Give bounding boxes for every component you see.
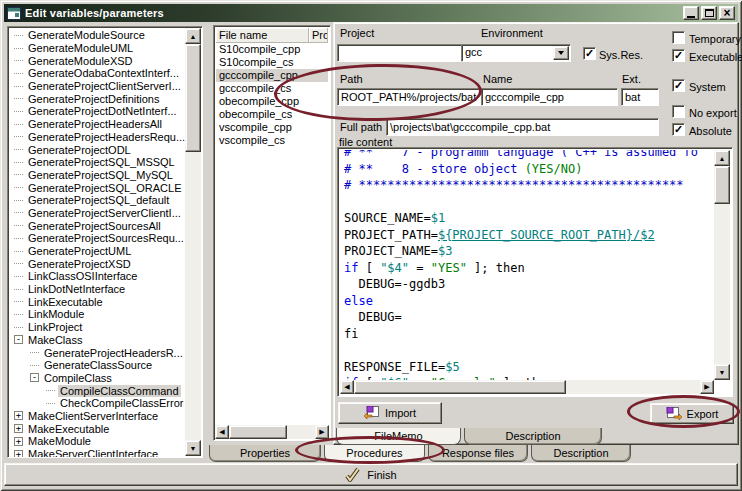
tree-item[interactable]: GenerateProjectDotNetInterf... xyxy=(10,105,202,118)
tree-item-label: GenerateModuleUML xyxy=(26,42,135,54)
tree-item[interactable]: LinkExecutable xyxy=(10,295,202,308)
tree-connector xyxy=(14,314,23,315)
tree-item-label: MakeExecutable xyxy=(26,423,111,435)
environment-combobox[interactable]: gcc xyxy=(461,44,571,62)
tree-item[interactable]: GenerateProjectHeadersRequ... xyxy=(10,131,202,144)
tree-item[interactable]: +MakeModule xyxy=(10,435,202,448)
tab-filememo[interactable]: FileMemo xyxy=(336,428,461,445)
executable-checkbox[interactable] xyxy=(672,49,685,62)
tree-item[interactable]: GenerateProjectSQL_default xyxy=(10,194,202,207)
tree-item[interactable]: GenerateProjectSQL_MSSQL xyxy=(10,156,202,169)
system-checkbox[interactable] xyxy=(672,79,685,92)
expand-icon[interactable]: + xyxy=(14,437,23,446)
close-button[interactable]: × xyxy=(719,6,735,20)
code-line: DEBUG=-ggdb3 xyxy=(344,276,714,293)
scroll-down-icon[interactable]: ▼ xyxy=(185,440,201,456)
scroll-right-icon[interactable]: ▶ xyxy=(700,380,714,394)
expand-icon[interactable]: + xyxy=(14,424,23,433)
code-horizontal-scrollbar[interactable]: ◀ ▶ xyxy=(340,380,714,394)
no-export-checkbox[interactable] xyxy=(672,105,685,118)
file-list-scrollbar-thumb[interactable] xyxy=(229,425,287,439)
scroll-left-icon[interactable]: ◀ xyxy=(340,380,354,394)
code-scrollbar-h-thumb[interactable] xyxy=(354,380,566,394)
tree-connector xyxy=(14,98,23,99)
tree-item[interactable]: GenerateOdabaContextInterf... xyxy=(10,67,202,80)
tree-item[interactable]: GenerateProjectClientServerI... xyxy=(10,80,202,93)
scroll-down-icon[interactable]: ▼ xyxy=(714,364,730,380)
tree-item[interactable]: LinkModule xyxy=(10,308,202,321)
maximize-button[interactable] xyxy=(701,6,717,20)
tree-item[interactable]: GenerateProjectHeadersR... xyxy=(10,346,202,359)
tree-item[interactable]: +MakeServerClientInterface xyxy=(10,448,202,457)
expand-icon[interactable]: + xyxy=(14,411,23,420)
tree-item[interactable]: GenerateProjectHeadersAll xyxy=(10,118,202,131)
scroll-up-icon[interactable]: ▲ xyxy=(714,150,730,166)
code-text[interactable]: # ** 7 - programm language ( C++ is assu… xyxy=(340,150,714,380)
path-label: Path xyxy=(340,73,363,85)
tree-item[interactable]: CheckCompileClassError xyxy=(10,397,202,410)
tree-item[interactable]: GenerateProjectUML xyxy=(10,245,202,258)
import-button[interactable]: Import xyxy=(338,402,442,424)
code-scrollbar-thumb[interactable] xyxy=(714,166,730,204)
scroll-up-icon[interactable]: ▲ xyxy=(185,28,201,44)
tree-item[interactable]: LinkProject xyxy=(10,321,202,334)
tree-item[interactable]: GenerateModuleXSD xyxy=(10,54,202,67)
temporary-checkbox[interactable] xyxy=(672,31,685,44)
tab-properties[interactable]: Properties xyxy=(209,445,321,462)
tree-item[interactable]: GenerateProjectXSD xyxy=(10,257,202,270)
file-content-editor[interactable]: # ** 7 - programm language ( C++ is assu… xyxy=(337,147,733,397)
scroll-left-icon[interactable]: ◀ xyxy=(215,425,229,439)
sys-res-checkbox[interactable] xyxy=(583,47,596,60)
expand-icon[interactable]: + xyxy=(14,450,23,457)
file-list-horizontal-scrollbar[interactable]: ◀ ▶ xyxy=(215,425,329,439)
tree-item[interactable]: GenerateClassSource xyxy=(10,359,202,372)
column-header-file-name[interactable]: File name xyxy=(216,28,309,43)
collapse-icon[interactable]: - xyxy=(14,335,23,344)
tree-item[interactable]: +MakeExecutable xyxy=(10,422,202,435)
code-vertical-scrollbar[interactable]: ▲ ▼ xyxy=(714,150,730,380)
file-row[interactable]: S10compile_cpp xyxy=(216,43,328,56)
tree-item[interactable]: CompileClassCommand xyxy=(10,384,202,397)
project-input[interactable] xyxy=(337,44,474,62)
tab-response-files[interactable]: Response files xyxy=(428,445,528,462)
file-row[interactable]: vscompile_cpp xyxy=(216,121,328,134)
tree-item[interactable]: -CompileClass xyxy=(10,372,202,385)
file-row[interactable]: gcccompile_cpp xyxy=(216,69,328,82)
tree-item-label: CompileClass xyxy=(42,372,114,384)
tab-description[interactable]: Description xyxy=(464,428,602,445)
tab-description[interactable]: Description xyxy=(531,445,631,462)
name-input[interactable] xyxy=(481,88,618,106)
tree-item[interactable]: -MakeClass xyxy=(10,334,202,347)
full-path-input[interactable] xyxy=(386,118,659,136)
tree-item[interactable]: GenerateProjectDefinitions xyxy=(10,92,202,105)
column-header-pro[interactable]: Pro xyxy=(309,28,328,43)
tree-item[interactable]: GenerateModuleSource xyxy=(10,29,202,42)
tree-item[interactable]: GenerateModuleUML xyxy=(10,42,202,55)
path-input[interactable] xyxy=(337,88,484,106)
tree-item[interactable]: +MakeClientServerInterface xyxy=(10,410,202,423)
tree-item[interactable]: GenerateProjectSQL_MySQL xyxy=(10,169,202,182)
tree-scrollbar-thumb[interactable] xyxy=(185,44,201,152)
ext-input[interactable] xyxy=(621,88,659,106)
absolute-checkbox[interactable] xyxy=(672,123,685,136)
tree-item[interactable]: GenerateProjectSourcesRequ... xyxy=(10,232,202,245)
chevron-down-icon[interactable] xyxy=(553,46,569,60)
file-row[interactable]: obecompile_cpp xyxy=(216,95,328,108)
tree-item[interactable]: GenerateProjectSQL_ORACLE xyxy=(10,181,202,194)
file-row[interactable]: vscompile_cs xyxy=(216,134,328,147)
tree-item[interactable]: GenerateProjectServerClientI... xyxy=(10,207,202,220)
file-row[interactable]: S10compile_cs xyxy=(216,56,328,69)
scroll-right-icon[interactable]: ▶ xyxy=(315,425,329,439)
finish-button[interactable]: Finish xyxy=(4,463,738,486)
file-row[interactable]: obecompile_cs xyxy=(216,108,328,121)
collapse-icon[interactable]: - xyxy=(30,373,39,382)
minimize-button[interactable] xyxy=(683,6,699,20)
tree-item[interactable]: LinkClassOSIInterface xyxy=(10,270,202,283)
export-button[interactable]: Export xyxy=(650,403,734,424)
tree-vertical-scrollbar[interactable]: ▲ ▼ xyxy=(185,28,201,456)
tree-item[interactable]: GenerateProjectODL xyxy=(10,143,202,156)
tab-procedures[interactable]: Procedures xyxy=(324,445,425,462)
tree-item[interactable]: LinkDotNetInterface xyxy=(10,283,202,296)
tree-item[interactable]: GenerateProjectSourcesAll xyxy=(10,219,202,232)
file-row[interactable]: gcccompile_cs xyxy=(216,82,328,95)
